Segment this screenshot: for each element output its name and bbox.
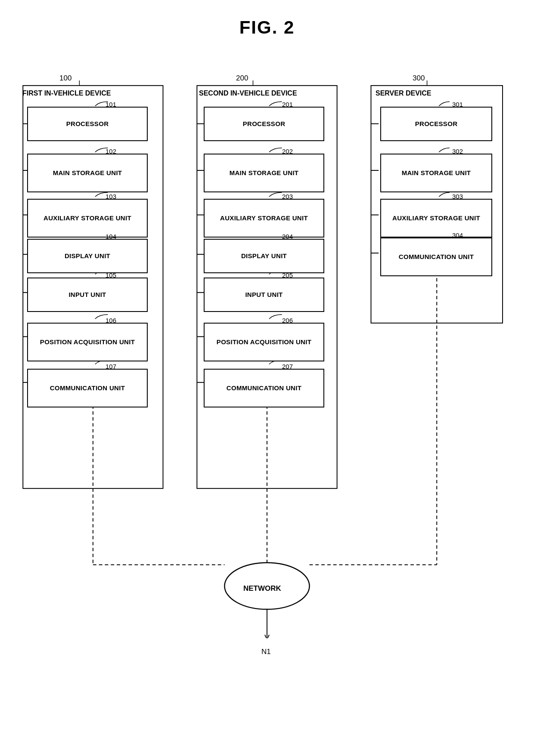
num-301: 301	[452, 101, 463, 108]
device2-num: 200	[236, 74, 248, 83]
network-label: NETWORK	[243, 584, 281, 593]
num-107: 107	[106, 363, 116, 370]
device2-label: SECOND IN-VEHICLE DEVICE	[199, 89, 297, 97]
num-302: 302	[452, 148, 463, 155]
comp-106: POSITION ACQUISITION UNIT	[27, 323, 148, 361]
comp-101: PROCESSOR	[27, 107, 148, 141]
num-103: 103	[106, 193, 116, 200]
comp-301: PROCESSOR	[380, 107, 492, 141]
num-201: 201	[282, 101, 293, 108]
num-101: 101	[106, 101, 116, 108]
device1-num: 100	[59, 74, 71, 83]
comp-107: COMMUNICATION UNIT	[27, 369, 148, 407]
comp-103: AUXILIARY STORAGE UNIT	[27, 199, 148, 238]
comp-204: DISPLAY UNIT	[204, 239, 324, 273]
comp-202: MAIN STORAGE UNIT	[204, 154, 324, 192]
num-205: 205	[282, 272, 293, 279]
num-202: 202	[282, 148, 293, 155]
comp-205: INPUT UNIT	[204, 278, 324, 312]
num-105: 105	[106, 272, 116, 279]
device3-label: SERVER DEVICE	[376, 89, 432, 97]
num-304: 304	[452, 231, 463, 239]
num-102: 102	[106, 148, 116, 155]
comp-302: MAIN STORAGE UNIT	[380, 154, 492, 192]
comp-206: POSITION ACQUISITION UNIT	[204, 323, 324, 361]
comp-203: AUXILIARY STORAGE UNIT	[204, 199, 324, 238]
num-206: 206	[282, 317, 293, 324]
comp-105: INPUT UNIT	[27, 278, 148, 312]
num-106: 106	[106, 317, 116, 324]
device3-num: 300	[413, 74, 425, 83]
network-node-label: N1	[261, 648, 271, 656]
comp-304: COMMUNICATION UNIT	[380, 238, 492, 276]
comp-102: MAIN STORAGE UNIT	[27, 154, 148, 192]
num-303: 303	[452, 193, 463, 200]
device1-label: FIRST IN-VEHICLE DEVICE	[22, 89, 111, 97]
comp-207: COMMUNICATION UNIT	[204, 369, 324, 407]
num-203: 203	[282, 193, 293, 200]
comp-201: PROCESSOR	[204, 107, 324, 141]
num-204: 204	[282, 233, 293, 240]
comp-104: DISPLAY UNIT	[27, 239, 148, 273]
page-title: FIG. 2	[0, 0, 534, 38]
num-207: 207	[282, 363, 293, 370]
comp-303: AUXILIARY STORAGE UNIT	[380, 199, 492, 238]
num-104: 104	[106, 233, 116, 240]
